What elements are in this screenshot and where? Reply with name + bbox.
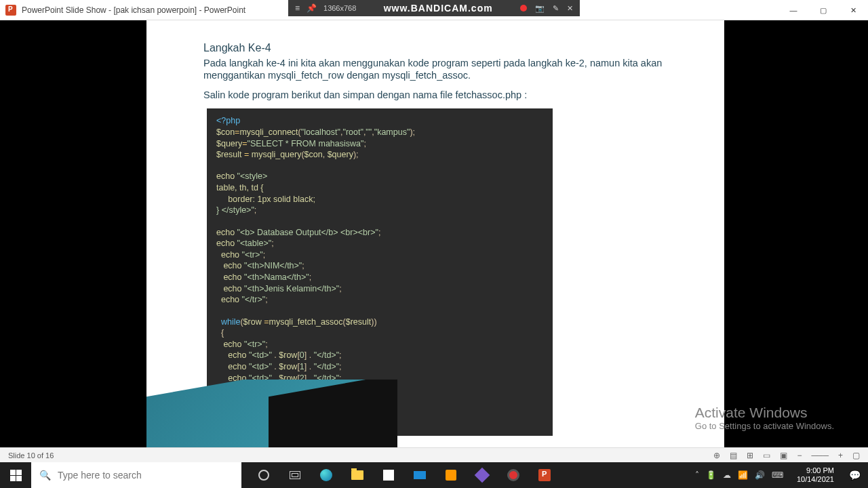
maximize-button[interactable]: ▢ bbox=[808, 0, 838, 20]
bandicam-url: www.BANDICAM.com bbox=[384, 3, 493, 14]
tray-onedrive-icon[interactable]: ☁ bbox=[723, 470, 731, 480]
minimize-button[interactable]: — bbox=[778, 0, 808, 20]
statusbar: Slide 10 of 16 ⊕ ▤ ⊞ ▭ ▣ − ─── + ▢ bbox=[0, 447, 868, 462]
bandicam-button[interactable] bbox=[498, 462, 529, 488]
mail-icon bbox=[414, 471, 426, 479]
zoom-slider[interactable]: ─── bbox=[811, 451, 829, 460]
tray-chevron-icon[interactable]: ˄ bbox=[695, 470, 699, 480]
fit-icon[interactable]: ▢ bbox=[852, 451, 860, 460]
windows-logo-icon bbox=[10, 470, 22, 481]
zoom-out-icon[interactable]: − bbox=[797, 451, 802, 460]
end-show-icon[interactable]: ⊕ bbox=[713, 451, 720, 460]
visualstudio-button[interactable] bbox=[467, 462, 498, 488]
tray-language-icon[interactable]: ⌨ bbox=[772, 470, 783, 480]
hamburger-icon[interactable]: ≡ bbox=[295, 3, 300, 13]
edge-icon bbox=[320, 469, 332, 481]
slide-sorter-icon[interactable]: ⊞ bbox=[747, 451, 753, 460]
powerpoint-icon bbox=[5, 5, 16, 16]
zoom-in-icon[interactable]: + bbox=[838, 451, 843, 460]
record-indicator-icon[interactable] bbox=[520, 5, 527, 12]
slide-counter: Slide 10 of 16 bbox=[8, 451, 54, 460]
store-button[interactable] bbox=[373, 462, 404, 488]
search-placeholder: Type here to search bbox=[58, 470, 142, 481]
tray-wifi-icon[interactable]: 📶 bbox=[738, 470, 748, 480]
tray-volume-icon[interactable]: 🔊 bbox=[755, 470, 765, 480]
sublime-icon bbox=[446, 470, 456, 481]
mail-button[interactable] bbox=[404, 462, 435, 488]
cortana-button[interactable] bbox=[248, 462, 279, 488]
task-view-button[interactable] bbox=[279, 462, 311, 488]
task-view-icon bbox=[290, 471, 300, 479]
taskbar-clock[interactable]: 9:00 PM 10/14/2021 bbox=[790, 466, 841, 483]
pin-icon[interactable]: 📌 bbox=[307, 3, 317, 13]
taskbar-search[interactable]: 🔍 Type here to search bbox=[31, 462, 241, 488]
cortana-icon bbox=[258, 470, 269, 481]
taskbar: 🔍 Type here to search ˄ 🔋 ☁ 📶 🔊 ⌨ 9:00 P… bbox=[0, 462, 868, 488]
normal-view-icon[interactable]: ▤ bbox=[730, 451, 737, 460]
record-icon bbox=[507, 469, 519, 481]
system-tray[interactable]: ˄ 🔋 ☁ 📶 🔊 ⌨ bbox=[688, 470, 790, 480]
slide-instruction: Salin kode program berikut dan simpan de… bbox=[203, 89, 686, 100]
reading-view-icon[interactable]: ▭ bbox=[763, 451, 770, 460]
store-icon bbox=[383, 470, 394, 481]
folder-icon bbox=[351, 470, 363, 480]
pencil-icon[interactable]: ✎ bbox=[553, 4, 559, 13]
action-center-button[interactable]: 💬 bbox=[841, 470, 868, 481]
sublime-button[interactable] bbox=[435, 462, 467, 488]
bandicam-resolution: 1366x768 bbox=[323, 4, 356, 12]
search-icon: 🔍 bbox=[39, 470, 51, 481]
powerpoint-taskbar-icon bbox=[538, 469, 551, 481]
slide-decoration bbox=[146, 380, 397, 447]
slideshow-view-icon[interactable]: ▣ bbox=[780, 451, 787, 460]
window-title: PowerPoint Slide Show - [pak ichsan powe… bbox=[22, 5, 245, 15]
bandicam-overlay: ≡ 📌 1366x768 www.BANDICAM.com 📷 ✎ ✕ bbox=[288, 0, 580, 16]
file-explorer-button[interactable] bbox=[342, 462, 373, 488]
visualstudio-icon bbox=[475, 468, 490, 483]
edge-button[interactable] bbox=[311, 462, 342, 488]
slide-heading: Langkah Ke-4 bbox=[203, 42, 686, 54]
start-button[interactable] bbox=[0, 462, 31, 488]
close-button[interactable]: ✕ bbox=[838, 0, 868, 20]
bandicam-close-icon[interactable]: ✕ bbox=[567, 4, 573, 13]
powerpoint-button[interactable] bbox=[529, 462, 560, 488]
slideshow-stage[interactable]: Langkah Ke-4 Pada langkah ke-4 ini kita … bbox=[0, 20, 868, 447]
tray-battery-icon[interactable]: 🔋 bbox=[706, 470, 716, 480]
camera-icon[interactable]: 📷 bbox=[535, 4, 545, 13]
slide: Langkah Ke-4 Pada langkah ke-4 ini kita … bbox=[146, 20, 724, 447]
slide-paragraph: Pada langkah ke-4 ini kita akan mengguna… bbox=[203, 57, 686, 81]
